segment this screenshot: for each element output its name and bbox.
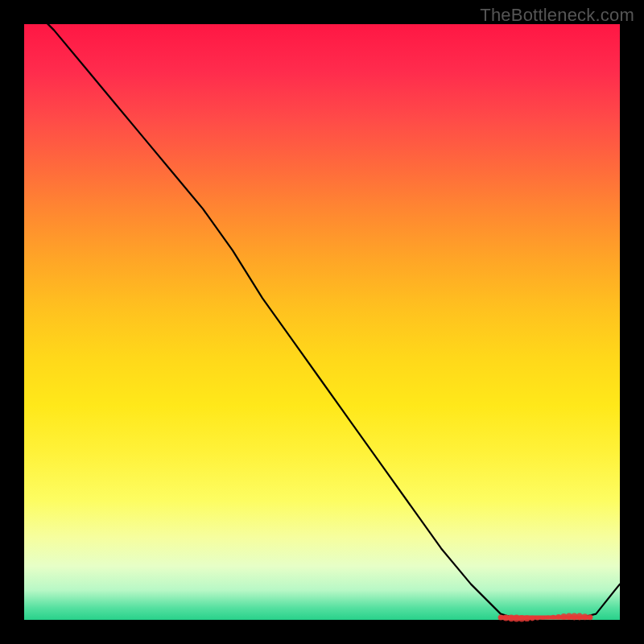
minimum-marker [588, 614, 593, 620]
minimum-marker [546, 616, 550, 620]
minimum-marker [530, 616, 535, 621]
minimum-marker [582, 613, 588, 620]
minimum-marker [556, 614, 562, 620]
minimum-marker [535, 616, 540, 621]
minimum-marker [541, 616, 545, 620]
bottleneck-curve [24, 0, 620, 618]
minimum-marker [524, 615, 530, 621]
minimum-marker [498, 615, 504, 621]
plot-area [24, 24, 620, 620]
minimum-marker-band [498, 613, 593, 621]
minimum-marker [551, 615, 556, 620]
chart-frame: TheBottleneck.com [0, 0, 644, 644]
chart-svg [24, 24, 620, 620]
watermark-text: TheBottleneck.com [480, 5, 634, 26]
